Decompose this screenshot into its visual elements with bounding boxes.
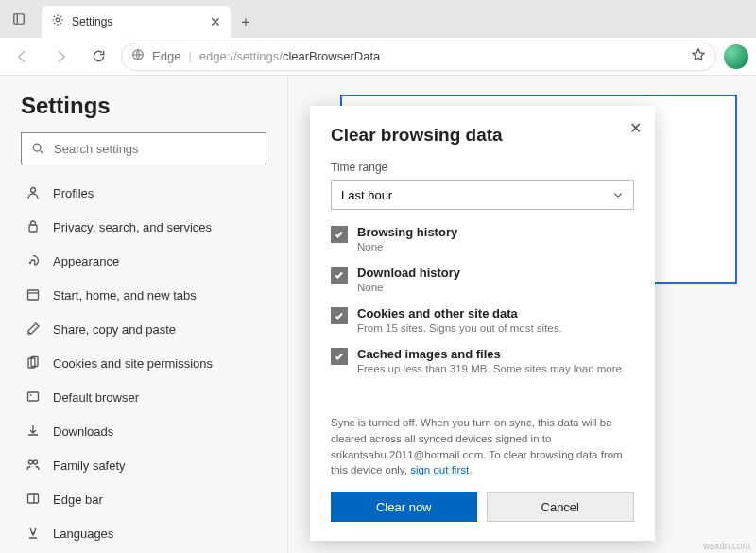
- time-range-label: Time range: [331, 161, 634, 174]
- sidebar-item-appearance[interactable]: Appearance: [21, 244, 266, 278]
- check-desc: None: [357, 282, 460, 293]
- nav-icon: [25, 219, 42, 234]
- check-title: Download history: [357, 266, 460, 280]
- sidebar-item-downloads[interactable]: Downloads: [21, 414, 266, 448]
- check-option[interactable]: Browsing historyNone: [331, 225, 634, 252]
- sidebar-item-languages[interactable]: Languages: [21, 516, 266, 550]
- nav-icon: [25, 185, 42, 200]
- check-desc: Frees up less than 319 MB. Some sites ma…: [357, 363, 622, 374]
- nav-icon: [25, 423, 42, 439]
- svg-rect-13: [28, 392, 39, 401]
- tab-actions-icon[interactable]: [6, 6, 32, 32]
- nav-icon: [25, 389, 42, 405]
- nav-icon: [25, 253, 42, 268]
- sidebar-item-family-safety[interactable]: Family safety: [21, 448, 266, 482]
- svg-rect-17: [28, 494, 39, 503]
- check-title: Browsing history: [357, 225, 457, 239]
- sync-note: Sync is turned off. When you turn on syn…: [331, 415, 634, 478]
- sidebar-item-label: Languages: [53, 527, 113, 541]
- svg-rect-8: [28, 290, 39, 300]
- check-title: Cached images and files: [357, 347, 622, 361]
- favorite-icon[interactable]: [691, 47, 706, 65]
- check-desc: From 15 sites. Signs you out of most sit…: [357, 322, 562, 334]
- search-icon: [31, 142, 44, 155]
- search-settings[interactable]: [21, 132, 266, 164]
- dialog-title: Clear browsing data: [331, 125, 634, 146]
- address-bar[interactable]: Edge | edge://settings/clearBrowserData: [121, 43, 716, 71]
- nav-icon: [25, 355, 42, 371]
- sidebar-item-label: Start, home, and new tabs: [53, 288, 197, 302]
- checkbox[interactable]: [331, 226, 348, 243]
- sidebar-item-label: Default browser: [53, 390, 139, 405]
- nav-icon: [25, 526, 42, 541]
- page-title: Settings: [21, 93, 266, 119]
- site-info-icon[interactable]: [131, 48, 145, 64]
- svg-rect-7: [29, 225, 37, 232]
- check-title: Cookies and other site data: [357, 306, 562, 320]
- search-input[interactable]: [54, 142, 256, 156]
- forward-button[interactable]: [45, 42, 76, 72]
- check-option[interactable]: Download historyNone: [331, 266, 634, 293]
- sign-out-link[interactable]: sign out first: [410, 464, 469, 475]
- clear-browsing-data-dialog: ✕ Clear browsing data Time range Last ho…: [310, 106, 655, 541]
- sidebar-item-label: Downloads: [53, 424, 113, 439]
- new-tab-button[interactable]: ＋: [231, 6, 261, 38]
- chevron-down-icon: [612, 189, 624, 200]
- checkbox[interactable]: [331, 348, 348, 365]
- settings-sidebar: Settings ProfilesPrivacy, search, and se…: [0, 76, 288, 553]
- sidebar-item-default-browser[interactable]: Default browser: [21, 380, 266, 414]
- url-scheme-label: Edge: [152, 49, 180, 63]
- sidebar-item-label: Edge bar: [53, 493, 103, 507]
- check-option[interactable]: Cached images and filesFrees up less tha…: [331, 347, 634, 374]
- svg-point-2: [56, 18, 60, 22]
- sidebar-item-label: Family safety: [53, 458, 126, 473]
- sidebar-item-privacy-search-and-services[interactable]: Privacy, search, and services: [21, 210, 266, 244]
- sidebar-item-cookies-and-site-permissions[interactable]: Cookies and site permissions: [21, 346, 266, 380]
- nav-icon: [25, 287, 42, 302]
- sidebar-item-share-copy-and-paste[interactable]: Share, copy and paste: [21, 312, 266, 346]
- dialog-close-button[interactable]: ✕: [629, 119, 642, 137]
- sidebar-item-label: Share, copy and paste: [53, 322, 176, 337]
- watermark: wsxdn.com: [703, 541, 750, 551]
- svg-point-4: [33, 144, 41, 151]
- nav-icon: [25, 458, 42, 473]
- svg-point-6: [31, 188, 36, 193]
- profile-avatar[interactable]: [724, 44, 748, 69]
- svg-point-10: [29, 333, 30, 334]
- svg-line-5: [41, 151, 43, 154]
- tab-title: Settings: [72, 15, 202, 28]
- sidebar-item-label: Cookies and site permissions: [53, 356, 213, 371]
- sidebar-item-start-home-and-new-tabs[interactable]: Start, home, and new tabs: [21, 278, 266, 312]
- gear-icon: [51, 13, 64, 30]
- sidebar-item-label: Profiles: [53, 186, 94, 200]
- sidebar-item-label: Appearance: [53, 254, 119, 268]
- sidebar-item-label: Privacy, search, and services: [53, 220, 212, 234]
- checkbox[interactable]: [331, 307, 348, 324]
- tab-close-icon[interactable]: ✕: [210, 14, 221, 29]
- browser-tab[interactable]: Settings ✕: [42, 6, 231, 38]
- svg-point-15: [29, 460, 33, 464]
- sidebar-item-edge-bar[interactable]: Edge bar: [21, 482, 266, 516]
- nav-icon: [25, 321, 42, 337]
- cancel-button[interactable]: Cancel: [487, 492, 635, 522]
- back-button[interactable]: [8, 42, 38, 72]
- time-range-select[interactable]: Last hour: [331, 180, 634, 210]
- svg-point-14: [30, 395, 31, 396]
- svg-point-16: [34, 460, 38, 464]
- refresh-button[interactable]: [83, 42, 113, 72]
- nav-icon: [25, 492, 42, 507]
- svg-rect-0: [14, 14, 25, 25]
- check-desc: None: [357, 241, 457, 252]
- clear-now-button[interactable]: Clear now: [331, 492, 477, 522]
- checkbox[interactable]: [331, 267, 348, 284]
- sidebar-item-profiles[interactable]: Profiles: [21, 176, 266, 210]
- check-option[interactable]: Cookies and other site dataFrom 15 sites…: [331, 306, 634, 334]
